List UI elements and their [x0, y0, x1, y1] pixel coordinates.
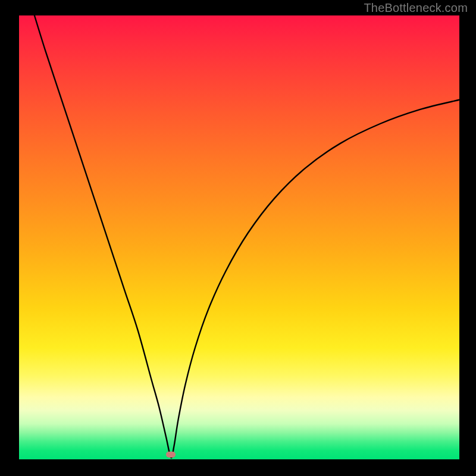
plot-area [18, 14, 461, 461]
chart-container: TheBottleneck.com [0, 0, 476, 476]
bottleneck-curve [19, 15, 459, 459]
optimum-marker [166, 452, 176, 458]
attribution-text: TheBottleneck.com [364, 1, 468, 15]
